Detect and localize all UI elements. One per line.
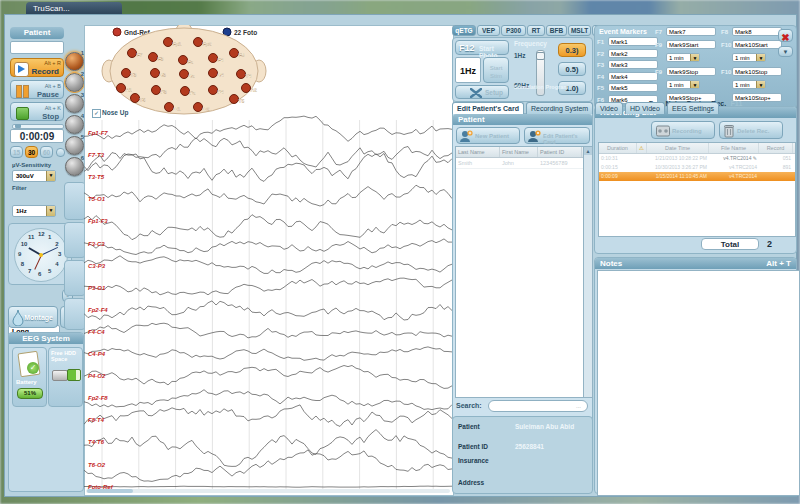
tab-eeg-settings[interactable]: EEG Settings bbox=[667, 102, 719, 114]
recording-row[interactable]: 0:00:091/15/2014 11:10:45 AMv4.TRC2014 bbox=[599, 172, 795, 181]
record-button[interactable]: Alt + R Record bbox=[10, 58, 64, 77]
clock-number: 11 bbox=[28, 234, 34, 240]
stop-button[interactable]: Alt + K Stop bbox=[10, 102, 64, 121]
stim-tab-qetg[interactable]: qETG bbox=[452, 25, 476, 36]
stim-tab-rt[interactable]: RT bbox=[527, 25, 545, 36]
marker-field-Mark9Stop[interactable]: Mark9Stop bbox=[666, 67, 716, 76]
recording-button[interactable]: Recording bbox=[651, 121, 715, 139]
speed-button-60[interactable]: 60 bbox=[40, 146, 53, 158]
eeg-h-scrollbar[interactable] bbox=[86, 489, 450, 493]
svg-text:T6: T6 bbox=[239, 98, 245, 104]
marker-field-Mark2[interactable]: Mark2 bbox=[608, 49, 658, 58]
strip-segment-3[interactable] bbox=[64, 260, 86, 296]
col-record[interactable]: Record bbox=[759, 143, 793, 153]
marker-combo-4[interactable]: 1 min▼ bbox=[666, 80, 700, 89]
col-last-name[interactable]: Last Name bbox=[456, 147, 500, 157]
stim-tab-p300[interactable]: P300 bbox=[501, 25, 526, 36]
speed-button-15[interactable]: 15 bbox=[10, 146, 23, 158]
patient-table-scrollbar[interactable]: ▲ bbox=[583, 146, 593, 398]
channel-label-C4-P4: C4-P4 bbox=[88, 351, 106, 357]
edit-patient-button[interactable]: Edit Patient's Card bbox=[524, 127, 590, 144]
notes-textarea[interactable] bbox=[597, 270, 800, 496]
stim-tab-bfb[interactable]: BFB bbox=[546, 25, 567, 36]
tool-circle-6-icon[interactable]: 6 bbox=[65, 157, 84, 176]
marker-field-Mark10Start[interactable]: Mark10Start bbox=[732, 40, 782, 49]
chevron-down-icon[interactable]: ▼ bbox=[690, 54, 699, 61]
marker-combo-2[interactable]: 1 min▼ bbox=[732, 53, 766, 62]
svg-text:C4: C4 bbox=[218, 72, 225, 78]
montage-button[interactable]: Montage bbox=[8, 306, 58, 328]
svg-text:Pz: Pz bbox=[190, 90, 196, 96]
chevron-down-icon[interactable]: ▼ bbox=[46, 171, 55, 181]
sensitivity-select[interactable]: 300uV▼ bbox=[12, 170, 56, 182]
warning-icon[interactable]: ⚠ bbox=[637, 143, 647, 153]
clock-number: 12 bbox=[38, 231, 45, 237]
markers-dropdown-button[interactable]: ▼ bbox=[778, 46, 793, 57]
col-file-name[interactable]: File Name bbox=[709, 143, 759, 153]
tab-edit-patient-s-card[interactable]: Edit Patient's Card bbox=[452, 102, 524, 114]
tab-hd-video[interactable]: HD Video bbox=[625, 102, 665, 114]
start-photo-button[interactable]: F12 Start Photo bbox=[455, 40, 509, 55]
recording-row[interactable]: 0:10:311/21/2013 10:28:22 PMv4.TRC2014 ✎… bbox=[599, 154, 795, 163]
nose-up-checkbox[interactable]: ✓ bbox=[92, 109, 101, 118]
flash-button-03[interactable]: 0.3) bbox=[558, 43, 586, 57]
tab-video[interactable]: Video bbox=[595, 102, 623, 114]
setup-button[interactable]: Setup bbox=[455, 85, 509, 99]
marker-field-Mark4[interactable]: Mark4 bbox=[608, 72, 658, 81]
marker-field-Mark8[interactable]: Mark8 bbox=[732, 27, 782, 36]
marker-key-Mark5: F5 bbox=[597, 85, 604, 91]
cell: John bbox=[500, 158, 538, 168]
tab-recording-system[interactable]: Recording System bbox=[526, 102, 593, 114]
info-label-insurance: Insurance bbox=[458, 457, 489, 464]
cell bbox=[759, 172, 793, 181]
chevron-down-icon[interactable]: ▼ bbox=[690, 81, 699, 88]
chevron-down-icon[interactable]: ▼ bbox=[756, 81, 765, 88]
marker-field-Mark7[interactable]: Mark7 bbox=[666, 27, 716, 36]
strip-segment-1[interactable] bbox=[64, 182, 86, 220]
chevron-down-icon[interactable]: ▼ bbox=[46, 206, 55, 216]
svg-text:A1: A1 bbox=[126, 87, 133, 93]
stim-tab-vep[interactable]: VEP bbox=[477, 25, 500, 36]
col-date-time[interactable]: Date Time bbox=[647, 143, 709, 153]
filter-low-select[interactable]: 1Hz▼ bbox=[12, 205, 56, 217]
tool-circle-4-icon[interactable]: 4 bbox=[65, 115, 84, 134]
chevron-down-icon[interactable]: ▼ bbox=[756, 54, 765, 61]
search-input[interactable]: ... bbox=[488, 400, 588, 412]
flash-button-05[interactable]: 0.5) bbox=[558, 62, 586, 76]
table-row[interactable]: SmithJohn123456789 bbox=[456, 158, 584, 169]
filter-label: Filter bbox=[12, 185, 27, 191]
marker-field-Mark9Start[interactable]: Mark9Start bbox=[666, 40, 716, 49]
tool-circle-5-icon[interactable]: 5 bbox=[65, 136, 84, 155]
marker-combo-2[interactable]: 1 min▼ bbox=[666, 53, 700, 62]
pause-button[interactable]: Alt + B Pause bbox=[10, 80, 64, 99]
strip-segment-4[interactable] bbox=[64, 298, 86, 330]
tool-circle-2-icon[interactable]: 2 bbox=[65, 73, 84, 92]
clock-number: 1 bbox=[48, 234, 51, 240]
marker-combo-4[interactable]: 1 min▼ bbox=[732, 80, 766, 89]
clock-number: 10 bbox=[21, 241, 28, 247]
new-patient-button[interactable]: New Patient bbox=[456, 127, 520, 144]
tool-circle-1-icon[interactable]: 1 bbox=[65, 52, 84, 71]
marker-field-Mark1[interactable]: Mark1 bbox=[608, 37, 658, 46]
freq-min-label: 1Hz bbox=[514, 52, 526, 59]
patient-quick-input[interactable] bbox=[10, 41, 64, 54]
strip-segment-2[interactable] bbox=[64, 222, 86, 258]
electrode-Fz bbox=[179, 56, 188, 65]
start-stim-button[interactable]: Start Stim bbox=[483, 57, 509, 83]
markers-close-button[interactable]: ✖ bbox=[778, 29, 793, 42]
marker-field-Mark5[interactable]: Mark5 bbox=[608, 83, 658, 92]
svg-text:Fp1: Fp1 bbox=[173, 41, 182, 47]
marker-field-Mark3[interactable]: Mark3 bbox=[608, 60, 658, 69]
marker-field-Mark10Stop[interactable]: Mark10Stop bbox=[732, 67, 782, 76]
speed-button-30[interactable]: 30 bbox=[25, 146, 38, 158]
marker-key-Mark7: F7 bbox=[655, 29, 662, 35]
cassette-icon bbox=[656, 125, 670, 137]
stim-tab-mslt[interactable]: MSLT bbox=[568, 25, 591, 36]
tool-circle-3-icon[interactable]: 3 bbox=[65, 94, 84, 113]
col-patient-id[interactable]: Patient ID bbox=[538, 147, 582, 157]
col-duration[interactable]: Duration bbox=[599, 143, 637, 153]
recording-row[interactable]: 0:00:1510/30/2013 3:26:27 PMv4.TRC201489… bbox=[599, 163, 795, 172]
delete-recording-button[interactable]: Delete Rec. bbox=[719, 121, 783, 139]
col-first-name[interactable]: First Name bbox=[500, 147, 538, 157]
hdd-drive-icon bbox=[52, 370, 68, 381]
